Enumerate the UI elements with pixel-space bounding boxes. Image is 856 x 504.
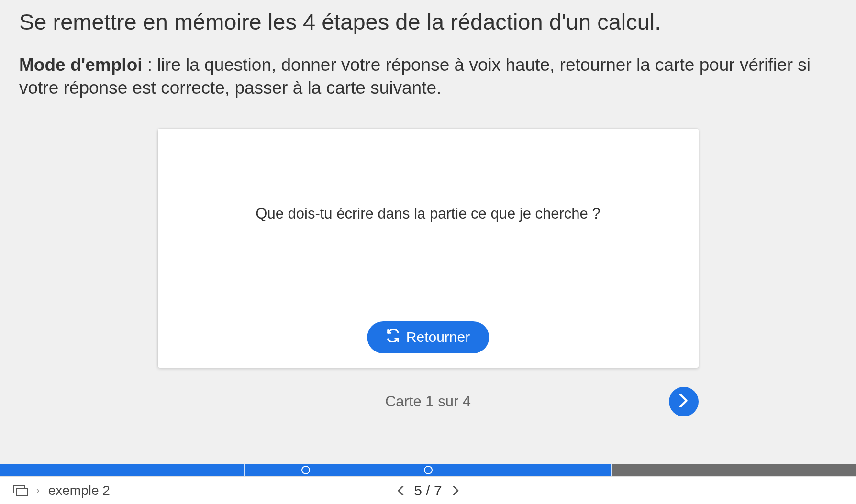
progress-marker-icon	[424, 466, 433, 474]
prev-page-button[interactable]	[397, 486, 403, 495]
instructions-label: Mode d'emploi	[19, 55, 143, 75]
breadcrumb-separator-icon: ›	[36, 485, 40, 496]
progress-segment[interactable]	[0, 464, 122, 476]
progress-segment[interactable]	[489, 464, 612, 476]
breadcrumb-item[interactable]: exemple 2	[48, 483, 110, 498]
progress-segment[interactable]	[734, 464, 856, 476]
progress-segment[interactable]	[122, 464, 245, 476]
progress-segment[interactable]	[367, 464, 489, 476]
chevron-right-icon	[453, 482, 459, 499]
slides-icon[interactable]	[13, 485, 28, 496]
card-counter: Carte 1 sur 4	[385, 393, 471, 410]
progress-bar[interactable]	[0, 464, 856, 476]
chevron-right-icon	[679, 394, 688, 409]
flip-card-label: Retourner	[406, 329, 470, 345]
flip-card-button[interactable]: Retourner	[367, 321, 489, 353]
progress-marker-icon	[301, 466, 310, 474]
page-title: Se remettre en mémoire les 4 étapes de l…	[19, 9, 837, 35]
flashcard-question: Que dois-tu écrire dans la partie ce que…	[236, 205, 619, 222]
footer-bar: › exemple 2 5 / 7	[0, 476, 856, 504]
next-card-button[interactable]	[669, 387, 699, 416]
progress-segment[interactable]	[245, 464, 367, 476]
progress-segment[interactable]	[612, 464, 734, 476]
next-page-button[interactable]	[453, 486, 459, 495]
flashcard[interactable]: Que dois-tu écrire dans la partie ce que…	[158, 129, 699, 368]
page-indicator: 5 / 7	[414, 482, 442, 499]
instructions-text: Mode d'emploi : lire la question, donner…	[19, 54, 837, 99]
chevron-left-icon	[397, 482, 403, 499]
refresh-icon	[386, 329, 400, 346]
